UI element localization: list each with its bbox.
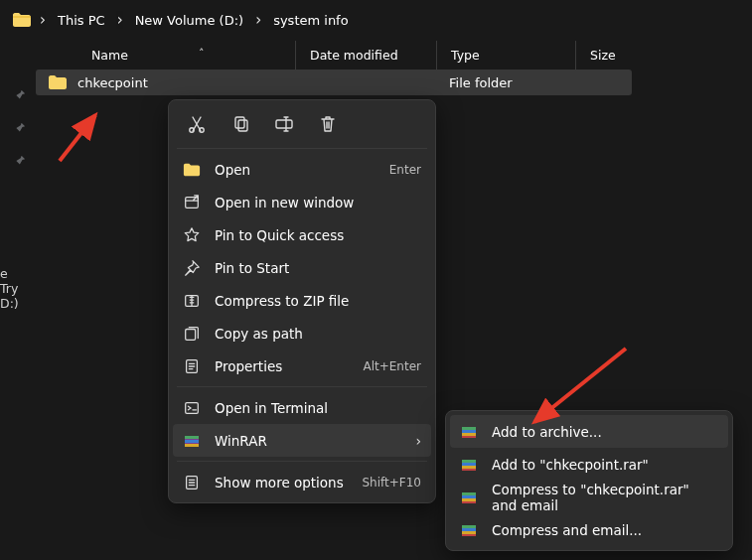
menu-copy-as-path[interactable]: Copy as path <box>169 317 435 350</box>
svg-point-0 <box>190 128 194 132</box>
svg-rect-24 <box>462 495 476 498</box>
menu-label: WinRAR <box>215 433 401 449</box>
menu-pin-quick-access[interactable]: Pin to Quick access <box>169 218 435 251</box>
winrar-icon <box>460 456 478 474</box>
svg-point-1 <box>200 128 204 132</box>
sort-indicator-icon: ˄ <box>199 47 205 60</box>
column-date-label: Date modified <box>310 48 398 63</box>
menu-label: Compress to ZIP file <box>215 293 421 309</box>
menu-pin-start[interactable]: Pin to Start <box>169 251 435 284</box>
svg-rect-23 <box>462 492 476 495</box>
menu-show-more-options[interactable]: Show more options Shift+F10 <box>169 466 435 498</box>
menu-label: Copy as path <box>215 326 421 342</box>
gutter-label: e Try <box>0 266 26 296</box>
folder-open-icon <box>183 161 201 179</box>
menu-label: Open in new window <box>215 195 421 210</box>
menu-compress-zip[interactable]: Compress to ZIP file <box>169 284 435 317</box>
gutter-label: D:) <box>0 296 19 311</box>
svg-rect-30 <box>462 534 476 536</box>
cut-icon[interactable] <box>187 114 207 134</box>
menu-label: Compress to "chkecpoint.rar" and email <box>492 482 718 513</box>
context-menu: Open Enter Open in new window Pin to Qui… <box>168 99 436 503</box>
menu-open-terminal[interactable]: Open in Terminal <box>169 391 435 424</box>
copy-icon[interactable] <box>230 114 250 134</box>
star-icon <box>183 226 201 244</box>
breadcrumb[interactable]: › This PC › New Volume (D:) › system inf… <box>0 0 752 40</box>
menu-properties[interactable]: Properties Alt+Enter <box>169 350 435 382</box>
menu-label: Open <box>215 162 376 178</box>
svg-rect-3 <box>238 120 247 131</box>
svg-rect-15 <box>462 427 476 430</box>
winrar-icon <box>460 423 478 441</box>
file-name: chkecpoint <box>77 75 148 90</box>
svg-rect-29 <box>462 531 476 534</box>
svg-rect-9 <box>186 402 199 413</box>
separator <box>177 148 427 149</box>
menu-open[interactable]: Open Enter <box>169 153 435 186</box>
pin-icon <box>183 259 201 277</box>
menu-winrar[interactable]: WinRAR › <box>173 424 431 457</box>
chevron-right-icon: › <box>34 11 52 29</box>
annotation-arrow <box>54 107 113 167</box>
zip-icon <box>183 292 201 310</box>
copy-path-icon <box>183 325 201 343</box>
file-row[interactable]: chkecpoint File folder <box>36 70 632 95</box>
file-type: File folder <box>437 75 578 90</box>
menu-open-new-window[interactable]: Open in new window <box>169 186 435 218</box>
column-size[interactable]: Size <box>576 41 631 70</box>
winrar-icon <box>460 521 478 539</box>
properties-icon <box>183 357 201 375</box>
menu-shortcut: Shift+F10 <box>362 476 421 490</box>
svg-rect-4 <box>276 120 292 128</box>
folder-icon <box>48 74 68 90</box>
svg-rect-21 <box>462 466 476 469</box>
chevron-right-icon: › <box>111 11 129 29</box>
pin-icon <box>12 87 26 104</box>
delete-icon[interactable] <box>318 114 338 134</box>
column-name[interactable]: Name ˄ <box>36 41 296 70</box>
winrar-icon <box>183 432 201 450</box>
svg-rect-28 <box>462 528 476 531</box>
svg-line-31 <box>60 115 95 161</box>
annotation-arrow <box>517 343 636 442</box>
menu-shortcut: Enter <box>389 163 421 177</box>
submenu-compress-and-email[interactable]: Compress and email... <box>446 513 732 546</box>
menu-shortcut: Alt+Enter <box>363 359 421 373</box>
menu-label: Open in Terminal <box>215 400 421 416</box>
chevron-right-icon: › <box>415 433 421 449</box>
column-size-label: Size <box>590 48 616 63</box>
menu-label: Pin to Start <box>215 260 421 276</box>
column-headers: Name ˄ Date modified Type Size <box>0 40 752 70</box>
svg-rect-25 <box>462 498 476 501</box>
menu-label: Show more options <box>215 475 348 490</box>
svg-rect-12 <box>185 440 199 443</box>
menu-label: Pin to Quick access <box>215 227 421 243</box>
separator <box>177 386 427 387</box>
svg-rect-18 <box>462 436 476 438</box>
breadcrumb-system-info[interactable]: system info <box>269 9 353 32</box>
column-type[interactable]: Type <box>437 41 576 70</box>
svg-rect-17 <box>462 433 476 436</box>
rename-icon[interactable] <box>274 114 294 134</box>
folder-icon <box>12 12 32 28</box>
svg-rect-7 <box>186 329 196 340</box>
svg-rect-5 <box>186 197 199 208</box>
svg-rect-26 <box>462 501 476 503</box>
svg-rect-22 <box>462 469 476 471</box>
terminal-icon <box>183 399 201 417</box>
breadcrumb-volume-d[interactable]: New Volume (D:) <box>131 9 248 32</box>
breadcrumb-this-pc[interactable]: This PC <box>54 9 109 32</box>
show-more-icon <box>183 474 201 491</box>
svg-line-32 <box>534 349 626 422</box>
column-type-label: Type <box>451 48 480 63</box>
svg-rect-11 <box>185 436 199 439</box>
separator <box>177 461 427 462</box>
submenu-add-to-named-rar[interactable]: Add to "chkecpoint.rar" <box>446 448 732 481</box>
submenu-compress-email-named[interactable]: Compress to "chkecpoint.rar" and email <box>446 481 732 513</box>
svg-rect-13 <box>185 444 199 447</box>
menu-label: Compress and email... <box>492 522 718 538</box>
svg-rect-27 <box>462 525 476 528</box>
column-date[interactable]: Date modified <box>296 41 437 70</box>
svg-rect-19 <box>462 460 476 463</box>
chevron-right-icon: › <box>249 11 267 29</box>
